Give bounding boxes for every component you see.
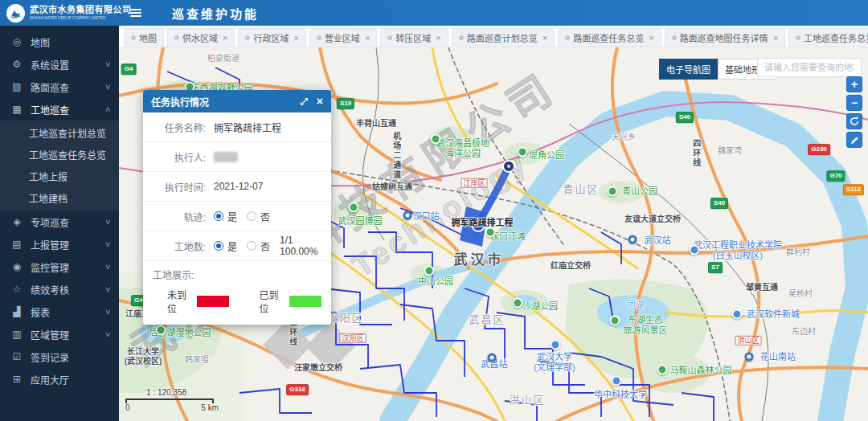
poi-marker[interactable] <box>488 354 497 362</box>
expand-icon[interactable] <box>300 97 309 106</box>
poi-marker[interactable] <box>403 211 412 220</box>
close-icon[interactable]: × <box>365 33 370 43</box>
sidebar-item-checkin-records[interactable]: ☑ 签到记录 <box>0 345 119 368</box>
map-label: 拥军路疏排工程 <box>452 218 514 228</box>
sidebar-item-region-management[interactable]: ▥ 区域管理 ∨ <box>0 323 119 345</box>
poi-marker[interactable] <box>431 134 441 145</box>
sidebar-item-special-inspection[interactable]: ◈ 专项巡查 ∨ <box>0 210 119 233</box>
poi-marker[interactable] <box>485 227 496 238</box>
map-label: 东湖生态 旅游风景区 <box>624 315 668 335</box>
tab-water-supply-area[interactable]: 供水区域 × <box>167 28 235 47</box>
tab-dot-icon <box>796 35 800 40</box>
poi-marker[interactable] <box>628 235 637 244</box>
trace-no-radio[interactable] <box>247 211 256 221</box>
executor-redacted-value <box>214 152 238 162</box>
close-icon[interactable]: × <box>436 33 440 43</box>
trace-yes-radio[interactable] <box>214 211 223 221</box>
map-label: 汉阳区 <box>327 313 363 325</box>
arrived-swatch <box>289 296 321 307</box>
poi-marker[interactable] <box>156 325 166 336</box>
map-search-input[interactable] <box>757 58 862 77</box>
pencil-icon <box>850 136 859 145</box>
sidebar-item-report-management[interactable]: ▤ 上报管理 ∨ <box>0 233 119 255</box>
sidebar-item-app-hall[interactable]: ⊞ 应用大厅 <box>0 368 119 390</box>
submenu-site-report[interactable]: 工地上报 <box>0 166 119 187</box>
map-label: 武汉软件新城 <box>747 309 800 320</box>
poi-marker[interactable] <box>349 202 359 213</box>
task-name-value: 拥军路疏排工程 <box>214 121 281 134</box>
sidebar-item-reports[interactable]: ▟ 报表 ∨ <box>0 300 119 323</box>
sidebar-item-performance[interactable]: ☆ 绩效考核 ∨ <box>0 278 119 300</box>
checkin-icon: ☑ <box>10 351 23 362</box>
draw-button[interactable] <box>846 132 862 148</box>
basemap-navigation-button[interactable]: 电子导航图 <box>659 59 718 80</box>
refresh-icon <box>850 116 859 126</box>
sidebar-item-site-inspection[interactable]: ▦ 工地巡查 ∧ <box>0 98 119 121</box>
company-name-en: WUHAN WATER GROUP COMPANY LIMITED <box>30 15 106 19</box>
dialog-header[interactable]: 任务执行情况 × <box>143 90 331 112</box>
site-count-no-radio[interactable] <box>247 241 256 251</box>
map-label: 武汉市 <box>454 252 505 268</box>
sidebar-item-map[interactable]: ◎ 地图 <box>0 31 119 53</box>
close-icon[interactable]: × <box>293 33 298 43</box>
close-icon[interactable]: × <box>223 33 227 43</box>
poi-marker[interactable] <box>518 147 528 157</box>
road-badge: S40 <box>676 112 694 123</box>
road-badge: G70 <box>826 170 845 182</box>
poi-marker[interactable] <box>690 245 700 255</box>
scale-min: 0 <box>125 403 130 412</box>
close-icon[interactable]: × <box>773 33 778 43</box>
sidebar-item-system-settings[interactable]: ⚙ 系统设置 ∨ <box>0 53 119 76</box>
site-count-label: 工地数: <box>153 239 206 253</box>
map-label: 丰荷山互通 <box>356 119 396 129</box>
poi-marker[interactable] <box>608 186 618 197</box>
map-canvas[interactable]: 武汉地图科技有限公司 Technology 柏泉街道东西湖郊野公园丰荷山互通机场… <box>119 47 868 421</box>
tab-dot-icon <box>245 35 250 40</box>
tab-pressure-area[interactable]: 转压区域 × <box>380 28 448 47</box>
submenu-site-archive[interactable]: 工地建档 <box>0 187 119 209</box>
submenu-site-task-overview[interactable]: 工地巡查任务总览 <box>0 144 119 166</box>
sidebar-item-monitor-management[interactable]: ◉ 监控管理 ∨ <box>0 255 119 278</box>
zoom-in-button[interactable]: + <box>846 76 862 92</box>
sidebar-item-road-inspection[interactable]: ▨ 路面巡查 ∨ <box>0 76 119 98</box>
road-badge: G318 <box>286 384 309 395</box>
submenu-site-plan-overview[interactable]: 工地巡查计划总览 <box>0 122 119 144</box>
poi-marker[interactable] <box>424 266 435 276</box>
road-badge: S7 <box>708 262 723 273</box>
poi-marker[interactable] <box>610 316 620 326</box>
tab-dot-icon <box>565 35 570 40</box>
map-label: 汉口江滩 <box>490 231 526 242</box>
map-label: 武汉海昌极地 海洋公园 <box>436 138 489 158</box>
road-badge: S40 <box>710 198 728 209</box>
time-row: 执行时间: 2021-12-07 <box>143 172 331 202</box>
poi-marker[interactable] <box>657 365 668 375</box>
poi-marker[interactable] <box>732 309 743 320</box>
tab-dot-icon <box>317 35 321 40</box>
menu-collapse-icon[interactable] <box>130 7 141 18</box>
map-label: 天兴乡 <box>612 133 636 142</box>
tab-business-area[interactable]: 营业区域 × <box>309 28 377 47</box>
poi-marker[interactable] <box>513 298 523 309</box>
trace-row: 轨迹: 是 否 <box>143 202 331 231</box>
close-icon[interactable]: × <box>542 33 547 43</box>
map-label: 汉口站 <box>413 211 440 222</box>
tab-dot-icon <box>131 35 136 40</box>
executor-label: 执行人: <box>153 150 206 164</box>
poi-marker[interactable] <box>612 376 622 386</box>
time-label: 执行时间: <box>153 180 206 194</box>
tab-road-plan-overview[interactable]: 路面巡查计划总览 × <box>452 28 555 47</box>
tab-road-map-task-detail[interactable]: 路面巡查地图任务详情 × <box>665 28 785 47</box>
zoom-out-button[interactable]: − <box>846 95 862 111</box>
poi-marker[interactable] <box>551 340 561 350</box>
refresh-button[interactable] <box>846 113 862 129</box>
map-label: 华中科技大学 <box>594 390 647 400</box>
poi-marker[interactable] <box>745 353 754 362</box>
tab-map[interactable]: 地图 <box>124 28 164 47</box>
site-count-yes-radio[interactable] <box>214 241 223 251</box>
close-icon[interactable]: × <box>317 95 323 108</box>
close-icon[interactable]: × <box>649 33 653 43</box>
tab-admin-area[interactable]: 行政区域 × <box>238 28 305 47</box>
tab-road-task-overview[interactable]: 路面巡查任务总览 × <box>558 28 661 47</box>
tab-site-task-overview[interactable]: 工地巡查任务总览 × <box>788 28 868 47</box>
map-label: 武汉站 <box>645 235 671 246</box>
